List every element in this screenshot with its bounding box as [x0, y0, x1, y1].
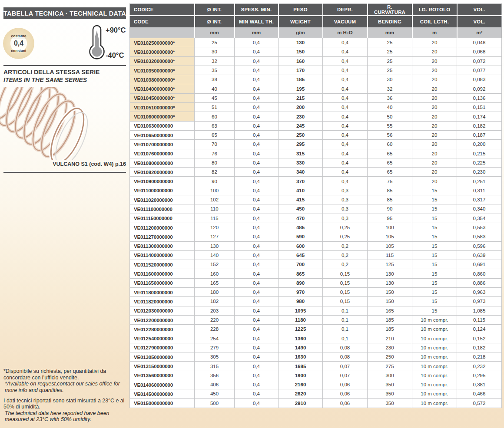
cell-weight: 2910: [279, 398, 323, 408]
cell-min-wall-thickness: 0,4: [235, 149, 279, 158]
cell-vacuum: 0,2: [323, 260, 368, 269]
cell-vacuum: 0,4: [323, 149, 368, 158]
cell-inner-diameter: 38: [195, 75, 235, 84]
cell-min-wall-thickness: 0,4: [235, 38, 279, 47]
cell-vacuum: 0,4: [323, 38, 368, 47]
cell-vacuum: 0,1: [323, 325, 368, 334]
column-header-inner-diameter: Ø INT.: [195, 4, 235, 16]
table-row: VE0130500000003050,416300,0825010 m comp…: [130, 352, 502, 362]
cell-weight: 1225: [279, 325, 323, 334]
product-caption: VULCANO S1 (cod. W4) p.16: [3, 161, 126, 167]
temperature-max: +90°C: [106, 26, 126, 34]
cell-min-wall-thickness: 0,4: [235, 140, 279, 149]
units-row: mmmmg/mm H₂Ommmm³: [130, 27, 502, 38]
cell-coil-length: 10 m compr.: [412, 352, 457, 362]
cell-vacuum: 0,3: [323, 204, 368, 214]
cell-weight: 245: [279, 121, 323, 130]
cell-vacuum: 0,4: [323, 121, 368, 130]
cell-min-wall-thickness: 0,4: [235, 168, 279, 177]
cell-bending-radius: 25: [368, 38, 412, 47]
table-row: VE010400000000*400,41950,432200,092: [130, 84, 502, 93]
unit-inner-diameter: mm: [195, 27, 235, 38]
table-row: VE010900000000900,43700,475200,251: [130, 177, 502, 186]
table-row: VE0114000000001400,46450,2115150,639: [130, 250, 502, 260]
column-header-volume: VOL.: [457, 16, 502, 27]
cell-bending-radius: 185: [368, 325, 412, 334]
cell-min-wall-thickness: 0,4: [235, 103, 279, 112]
cell-vacuum: 0,1: [323, 315, 368, 324]
table-row: VE0110200000001020,44150,385150,317: [130, 195, 502, 204]
cell-min-wall-thickness: 0,4: [235, 250, 279, 260]
cell-inner-diameter: 182: [195, 297, 235, 306]
cell-bending-radius: 65: [368, 158, 412, 167]
cell-bending-radius: 185: [368, 315, 412, 324]
cell-bending-radius: 65: [368, 168, 412, 177]
cell-vacuum: 0,4: [323, 66, 368, 75]
cell-coil-length: 20: [412, 47, 457, 56]
cell-code: VE010380000000*: [130, 75, 195, 84]
cell-bending-radius: 350: [368, 380, 412, 389]
cell-weight: 590: [279, 232, 323, 241]
cell-min-wall-thickness: 0,4: [235, 75, 279, 84]
cell-weight: 150: [279, 47, 323, 56]
table-row: VE0150000000005000,429100,0635010 m comp…: [130, 398, 502, 408]
cell-code: VE011820000000: [130, 297, 195, 306]
cell-vacuum: 0,3: [323, 186, 368, 195]
cell-weight: 330: [279, 158, 323, 167]
cell-weight: 195: [279, 84, 323, 93]
table-row: VE0113000000001300,46000,2105150,596: [130, 241, 502, 250]
cell-bending-radius: 85: [368, 186, 412, 195]
cell-code: VE012280000000: [130, 325, 195, 334]
cell-volume: 0,583: [457, 232, 502, 241]
cell-inner-diameter: 40: [195, 84, 235, 93]
divider: [3, 172, 126, 173]
cell-coil-length: 20: [412, 177, 457, 186]
table-row: VE0111500000001150,44700,395150,354: [130, 214, 502, 223]
cell-coil-length: 20: [412, 75, 457, 84]
cell-weight: 160: [279, 56, 323, 66]
cell-min-wall-thickness: 0,4: [235, 352, 279, 362]
cell-vacuum: 0,4: [323, 130, 368, 139]
cell-volume: 0,553: [457, 223, 502, 232]
cell-volume: 0,963: [457, 288, 502, 297]
cell-coil-length: 20: [412, 103, 457, 112]
cell-coil-length: 15: [412, 306, 457, 315]
cell-code: VE010300000000*: [130, 47, 195, 56]
cell-min-wall-thickness: 0,4: [235, 186, 279, 195]
cell-code: VE011000000000: [130, 186, 195, 195]
cell-weight: 645: [279, 250, 323, 260]
cell-weight: 470: [279, 214, 323, 223]
cell-code: VE010400000000*: [130, 84, 195, 93]
unit-coil-length: m: [412, 27, 457, 38]
cell-inner-diameter: 356: [195, 371, 235, 380]
table-row: VE0120300000002030,410950,1165151,085: [130, 306, 502, 315]
cell-volume: 0,381: [457, 380, 502, 389]
cell-bending-radius: 230: [368, 343, 412, 352]
table-row: VE0118000000001800,49700,15150150,963: [130, 288, 502, 297]
cell-weight: 865: [279, 269, 323, 278]
cell-volume: 0,083: [457, 75, 502, 84]
cell-volume: 0,251: [457, 177, 502, 186]
cell-weight: 600: [279, 241, 323, 250]
cell-inner-diameter: 203: [195, 306, 235, 315]
cell-vacuum: 0,25: [323, 232, 368, 241]
cell-inner-diameter: 30: [195, 47, 235, 56]
cell-coil-length: 20: [412, 56, 457, 66]
cell-code: VE010630000000: [130, 121, 195, 130]
cell-bending-radius: 25: [368, 47, 412, 56]
cell-min-wall-thickness: 0,4: [235, 232, 279, 241]
cell-inner-diameter: 180: [195, 288, 235, 297]
cell-code: VE010900000000: [130, 177, 195, 186]
cell-volume: 0,174: [457, 112, 502, 121]
cell-code: VE010510000000*: [130, 103, 195, 112]
cell-inner-diameter: 63: [195, 121, 235, 130]
column-header-volume: VOL.: [457, 4, 502, 16]
divider: [3, 65, 126, 66]
cell-code: VE011020000000: [130, 195, 195, 204]
cell-vacuum: 0,4: [323, 84, 368, 93]
cell-inner-diameter: 60: [195, 112, 235, 121]
cell-coil-length: 20: [412, 112, 457, 121]
column-header-min-wall-thickness: MIN WALL TH.: [235, 16, 279, 27]
cell-vacuum: 0,4: [323, 93, 368, 102]
table-row: VE0111000000001100,44500,390150,340: [130, 204, 502, 214]
